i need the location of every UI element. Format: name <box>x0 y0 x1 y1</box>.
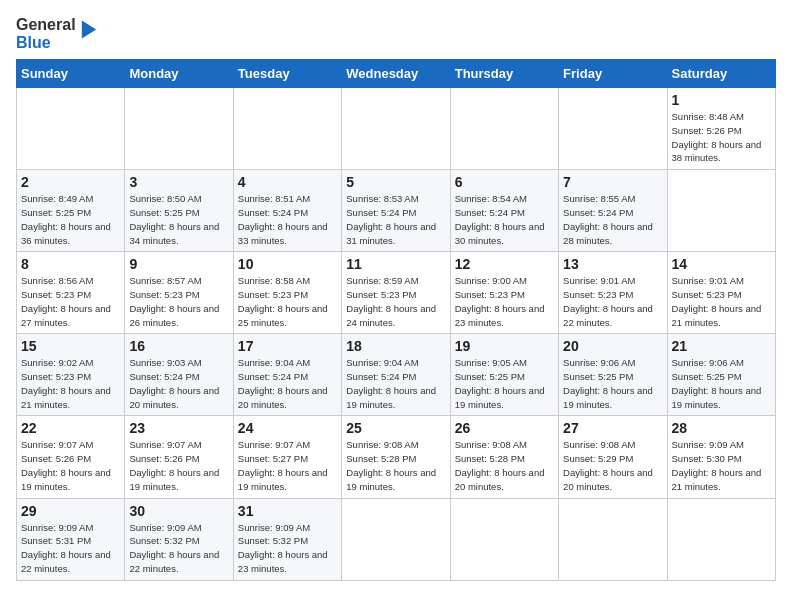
day-info: Sunrise: 9:07 AM Sunset: 5:26 PM Dayligh… <box>129 438 228 493</box>
day-info: Sunrise: 9:09 AM Sunset: 5:30 PM Dayligh… <box>672 438 771 493</box>
day-info: Sunrise: 9:07 AM Sunset: 5:27 PM Dayligh… <box>238 438 337 493</box>
day-info: Sunrise: 8:48 AM Sunset: 5:26 PM Dayligh… <box>672 110 771 165</box>
empty-cell <box>450 88 558 170</box>
svg-marker-0 <box>81 20 95 38</box>
day-cell-19: 19Sunrise: 9:05 AM Sunset: 5:25 PM Dayli… <box>450 334 558 416</box>
empty-cell <box>233 88 341 170</box>
day-cell-2: 2Sunrise: 8:49 AM Sunset: 5:25 PM Daylig… <box>17 170 125 252</box>
day-number: 25 <box>346 420 445 436</box>
day-cell-27: 27Sunrise: 9:08 AM Sunset: 5:29 PM Dayli… <box>559 416 667 498</box>
day-info: Sunrise: 9:02 AM Sunset: 5:23 PM Dayligh… <box>21 356 120 411</box>
day-number: 24 <box>238 420 337 436</box>
day-cell-26: 26Sunrise: 9:08 AM Sunset: 5:28 PM Dayli… <box>450 416 558 498</box>
day-info: Sunrise: 8:49 AM Sunset: 5:25 PM Dayligh… <box>21 192 120 247</box>
day-cell-24: 24Sunrise: 9:07 AM Sunset: 5:27 PM Dayli… <box>233 416 341 498</box>
logo-general: General <box>16 16 76 34</box>
day-cell-5: 5Sunrise: 8:53 AM Sunset: 5:24 PM Daylig… <box>342 170 450 252</box>
day-info: Sunrise: 9:06 AM Sunset: 5:25 PM Dayligh… <box>563 356 662 411</box>
day-cell-13: 13Sunrise: 9:01 AM Sunset: 5:23 PM Dayli… <box>559 252 667 334</box>
day-cell-7: 7Sunrise: 8:55 AM Sunset: 5:24 PM Daylig… <box>559 170 667 252</box>
day-number: 31 <box>238 503 337 519</box>
day-info: Sunrise: 9:09 AM Sunset: 5:32 PM Dayligh… <box>238 521 337 576</box>
day-cell-12: 12Sunrise: 9:00 AM Sunset: 5:23 PM Dayli… <box>450 252 558 334</box>
day-info: Sunrise: 8:56 AM Sunset: 5:23 PM Dayligh… <box>21 274 120 329</box>
empty-cell <box>559 498 667 580</box>
day-info: Sunrise: 9:07 AM Sunset: 5:26 PM Dayligh… <box>21 438 120 493</box>
day-number: 12 <box>455 256 554 272</box>
empty-cell <box>342 498 450 580</box>
day-number: 27 <box>563 420 662 436</box>
day-info: Sunrise: 8:54 AM Sunset: 5:24 PM Dayligh… <box>455 192 554 247</box>
day-cell-16: 16Sunrise: 9:03 AM Sunset: 5:24 PM Dayli… <box>125 334 233 416</box>
day-number: 8 <box>21 256 120 272</box>
day-number: 28 <box>672 420 771 436</box>
day-number: 23 <box>129 420 228 436</box>
day-number: 15 <box>21 338 120 354</box>
day-cell-1: 1Sunrise: 8:48 AM Sunset: 5:26 PM Daylig… <box>667 88 775 170</box>
day-cell-31: 31Sunrise: 9:09 AM Sunset: 5:32 PM Dayli… <box>233 498 341 580</box>
calendar-table: SundayMondayTuesdayWednesdayThursdayFrid… <box>16 59 776 580</box>
day-cell-17: 17Sunrise: 9:04 AM Sunset: 5:24 PM Dayli… <box>233 334 341 416</box>
day-info: Sunrise: 8:50 AM Sunset: 5:25 PM Dayligh… <box>129 192 228 247</box>
day-number: 20 <box>563 338 662 354</box>
day-info: Sunrise: 9:05 AM Sunset: 5:25 PM Dayligh… <box>455 356 554 411</box>
day-cell-6: 6Sunrise: 8:54 AM Sunset: 5:24 PM Daylig… <box>450 170 558 252</box>
day-info: Sunrise: 9:00 AM Sunset: 5:23 PM Dayligh… <box>455 274 554 329</box>
day-cell-10: 10Sunrise: 8:58 AM Sunset: 5:23 PM Dayli… <box>233 252 341 334</box>
empty-cell <box>667 498 775 580</box>
day-cell-15: 15Sunrise: 9:02 AM Sunset: 5:23 PM Dayli… <box>17 334 125 416</box>
day-header-tuesday: Tuesday <box>233 60 341 88</box>
day-number: 7 <box>563 174 662 190</box>
day-info: Sunrise: 9:01 AM Sunset: 5:23 PM Dayligh… <box>563 274 662 329</box>
day-cell-11: 11Sunrise: 8:59 AM Sunset: 5:23 PM Dayli… <box>342 252 450 334</box>
day-cell-29: 29Sunrise: 9:09 AM Sunset: 5:31 PM Dayli… <box>17 498 125 580</box>
empty-cell <box>667 170 775 252</box>
day-number: 26 <box>455 420 554 436</box>
day-header-wednesday: Wednesday <box>342 60 450 88</box>
day-header-thursday: Thursday <box>450 60 558 88</box>
day-number: 19 <box>455 338 554 354</box>
day-info: Sunrise: 9:04 AM Sunset: 5:24 PM Dayligh… <box>346 356 445 411</box>
day-info: Sunrise: 8:51 AM Sunset: 5:24 PM Dayligh… <box>238 192 337 247</box>
day-cell-30: 30Sunrise: 9:09 AM Sunset: 5:32 PM Dayli… <box>125 498 233 580</box>
logo-arrow-icon <box>80 20 98 48</box>
day-cell-21: 21Sunrise: 9:06 AM Sunset: 5:25 PM Dayli… <box>667 334 775 416</box>
day-number: 14 <box>672 256 771 272</box>
day-cell-8: 8Sunrise: 8:56 AM Sunset: 5:23 PM Daylig… <box>17 252 125 334</box>
day-header-saturday: Saturday <box>667 60 775 88</box>
day-number: 1 <box>672 92 771 108</box>
day-info: Sunrise: 8:53 AM Sunset: 5:24 PM Dayligh… <box>346 192 445 247</box>
day-info: Sunrise: 8:55 AM Sunset: 5:24 PM Dayligh… <box>563 192 662 247</box>
calendar-week-1: 1Sunrise: 8:48 AM Sunset: 5:26 PM Daylig… <box>17 88 776 170</box>
day-number: 16 <box>129 338 228 354</box>
day-info: Sunrise: 9:09 AM Sunset: 5:31 PM Dayligh… <box>21 521 120 576</box>
empty-cell <box>450 498 558 580</box>
day-info: Sunrise: 9:01 AM Sunset: 5:23 PM Dayligh… <box>672 274 771 329</box>
day-number: 2 <box>21 174 120 190</box>
empty-cell <box>342 88 450 170</box>
day-number: 18 <box>346 338 445 354</box>
day-number: 22 <box>21 420 120 436</box>
day-info: Sunrise: 9:06 AM Sunset: 5:25 PM Dayligh… <box>672 356 771 411</box>
day-info: Sunrise: 9:08 AM Sunset: 5:29 PM Dayligh… <box>563 438 662 493</box>
empty-cell <box>125 88 233 170</box>
day-number: 4 <box>238 174 337 190</box>
day-info: Sunrise: 8:57 AM Sunset: 5:23 PM Dayligh… <box>129 274 228 329</box>
day-number: 21 <box>672 338 771 354</box>
calendar-week-6: 29Sunrise: 9:09 AM Sunset: 5:31 PM Dayli… <box>17 498 776 580</box>
day-cell-18: 18Sunrise: 9:04 AM Sunset: 5:24 PM Dayli… <box>342 334 450 416</box>
day-cell-22: 22Sunrise: 9:07 AM Sunset: 5:26 PM Dayli… <box>17 416 125 498</box>
day-number: 17 <box>238 338 337 354</box>
day-number: 13 <box>563 256 662 272</box>
day-cell-23: 23Sunrise: 9:07 AM Sunset: 5:26 PM Dayli… <box>125 416 233 498</box>
day-cell-9: 9Sunrise: 8:57 AM Sunset: 5:23 PM Daylig… <box>125 252 233 334</box>
day-cell-4: 4Sunrise: 8:51 AM Sunset: 5:24 PM Daylig… <box>233 170 341 252</box>
day-info: Sunrise: 9:04 AM Sunset: 5:24 PM Dayligh… <box>238 356 337 411</box>
calendar-week-4: 15Sunrise: 9:02 AM Sunset: 5:23 PM Dayli… <box>17 334 776 416</box>
day-info: Sunrise: 9:03 AM Sunset: 5:24 PM Dayligh… <box>129 356 228 411</box>
empty-cell <box>559 88 667 170</box>
day-number: 10 <box>238 256 337 272</box>
day-cell-25: 25Sunrise: 9:08 AM Sunset: 5:28 PM Dayli… <box>342 416 450 498</box>
day-cell-14: 14Sunrise: 9:01 AM Sunset: 5:23 PM Dayli… <box>667 252 775 334</box>
logo-blue: Blue <box>16 34 76 52</box>
